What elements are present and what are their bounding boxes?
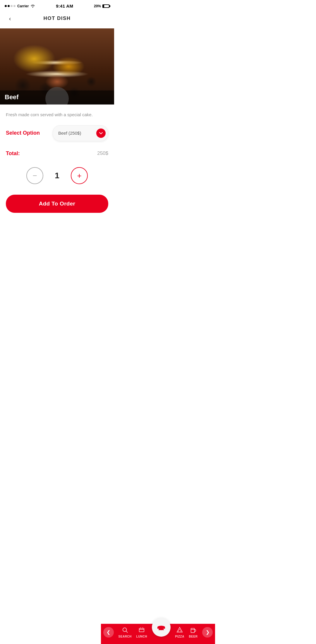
content-area: Fresh made corn served with a special ca… [0,105,114,252]
status-left: Carrier [5,4,35,8]
page-title: HOT DISH [15,16,109,21]
wifi-icon [30,4,35,8]
product-description: Fresh made corn served with a special ca… [6,112,108,118]
decrement-button[interactable]: − [26,167,43,184]
quantity-value: 1 [53,171,61,180]
header: ‹ HOT DISH [0,11,114,28]
total-value: 250$ [97,150,108,156]
hero-image: Beef [0,28,114,105]
bottom-spacer [6,219,108,245]
select-option-row: Select Option Beef (250$) [6,125,108,141]
signal-dot-3 [11,5,13,7]
status-right: 20% [94,4,109,8]
status-bar: Carrier 9:41 AM 20% [0,0,114,11]
signal-dot-1 [5,5,7,7]
battery-icon [102,4,109,8]
option-dropdown[interactable]: Beef (250$) [53,125,108,141]
selected-option-value: Beef (250$) [58,131,93,136]
status-time: 9:41 AM [56,4,73,8]
signal-dot-4 [13,5,16,7]
chevron-down-icon [99,131,103,135]
carrier-label: Carrier [17,4,29,8]
add-to-order-button[interactable]: Add To Order [6,195,108,213]
battery-fill [103,5,104,7]
signal-dot-2 [8,5,10,7]
dropdown-button[interactable] [96,129,106,138]
back-button[interactable]: ‹ [5,13,15,24]
increment-button[interactable]: + [71,167,88,184]
select-option-label: Select Option [6,130,40,136]
back-chevron-icon: ‹ [9,15,11,22]
total-label: Total: [6,150,20,157]
battery-percent: 20% [94,4,101,8]
quantity-row: − 1 + [6,167,108,184]
signal-dots [5,5,16,7]
total-row: Total: 250$ [6,150,108,157]
dish-name-label: Beef [5,93,19,101]
